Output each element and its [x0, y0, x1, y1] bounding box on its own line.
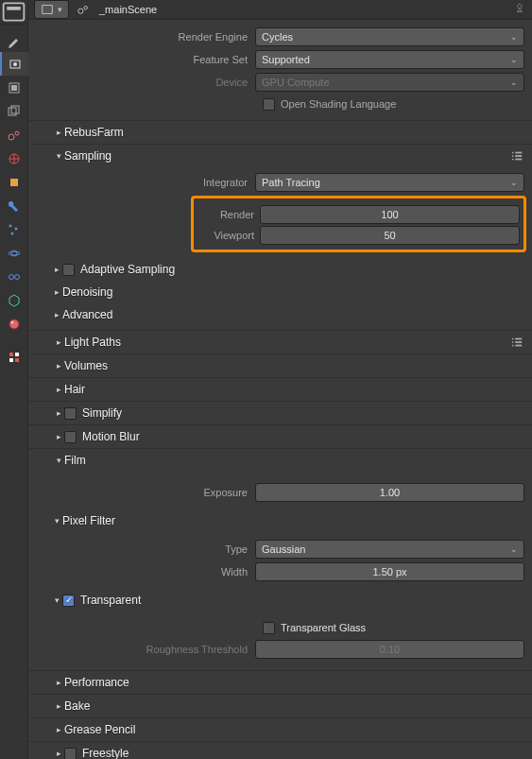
panel-denoising[interactable]: ▸ Denoising [28, 281, 532, 303]
samples-highlight-box: Render 100 Viewport 50 [191, 196, 526, 252]
scene-tab-icon[interactable] [0, 123, 28, 147]
samples-render-input[interactable]: 100 [260, 205, 520, 224]
panel-simplify[interactable]: ▸Simplify [28, 402, 532, 424]
svg-rect-23 [9, 358, 13, 362]
chevron-down-icon: ▾ [53, 456, 64, 465]
chevron-right-icon: ▸ [53, 725, 64, 734]
chevron-right-icon: ▸ [51, 265, 62, 274]
panel-grease-pencil[interactable]: ▸Grease Pencil [28, 718, 532, 741]
output-tab-icon[interactable] [0, 76, 28, 99]
chevron-right-icon: ▸ [53, 408, 64, 418]
feature-set-select[interactable]: Supported⌄ [255, 50, 524, 69]
pf-width-label: Width [28, 566, 255, 578]
tool-tab-icon[interactable] [0, 28, 28, 52]
particles-tab-icon[interactable] [0, 217, 28, 241]
device-select: GPU Compute⌄ [255, 73, 524, 92]
modifier-tab-icon[interactable] [0, 194, 28, 217]
chevron-right-icon: ▸ [53, 361, 64, 371]
svg-rect-21 [9, 353, 13, 356]
chevron-right-icon: ▸ [53, 432, 64, 441]
svg-point-9 [15, 131, 19, 135]
roughness-input: 0.10 [255, 640, 524, 659]
svg-point-18 [14, 274, 19, 279]
panel-adaptive-sampling[interactable]: ▸ Adaptive Sampling [28, 258, 532, 281]
panel-bake[interactable]: ▸Bake [28, 695, 532, 717]
transparent-checkbox[interactable] [62, 595, 75, 607]
header-dropdown[interactable]: ▾ [34, 0, 69, 19]
panel-transparent[interactable]: ▾ Transparent [28, 589, 532, 612]
osl-label: Open Shading Language [281, 98, 396, 110]
panel-volumes[interactable]: ▸Volumes [28, 354, 532, 377]
chevron-right-icon: ▸ [51, 287, 62, 297]
physics-tab-icon[interactable] [0, 241, 28, 265]
svg-point-19 [9, 319, 19, 329]
viewlayer-tab-icon[interactable] [0, 99, 28, 123]
panel-performance[interactable]: ▸Performance [28, 671, 532, 694]
exposure-input[interactable]: 1.00 [255, 483, 524, 502]
texture-tab-icon[interactable] [0, 345, 28, 369]
panel-motion-blur[interactable]: ▸Motion Blur [28, 425, 532, 448]
panel-freestyle[interactable]: ▸Freestyle [28, 742, 532, 759]
pin-icon[interactable] [513, 2, 526, 17]
chevron-down-icon: ▾ [51, 516, 62, 526]
integrator-select[interactable]: Path Tracing⌄ [255, 173, 524, 192]
mesh-tab-icon[interactable] [0, 288, 28, 312]
chevron-right-icon: ▸ [53, 701, 64, 711]
samples-render-label: Render [197, 209, 254, 220]
transparent-glass-label: Transparent Glass [281, 622, 366, 633]
svg-point-17 [9, 274, 13, 279]
render-engine-select[interactable]: Cycles⌄ [255, 27, 524, 46]
osl-checkbox[interactable] [263, 98, 275, 111]
pf-type-select[interactable]: Gaussian⌄ [255, 540, 524, 559]
panel-light-paths[interactable]: ▸ Light Paths [28, 331, 532, 354]
svg-rect-5 [11, 85, 17, 91]
chevron-right-icon: ▸ [53, 337, 64, 347]
constraints-tab-icon[interactable] [0, 265, 28, 288]
panel-sampling[interactable]: ▾ Sampling [28, 145, 532, 167]
panel-menu-icon[interactable] [509, 335, 524, 350]
svg-rect-37 [515, 341, 522, 343]
simplify-checkbox[interactable] [64, 407, 77, 420]
transparent-glass-checkbox[interactable] [263, 622, 275, 634]
motion-blur-checkbox[interactable] [64, 431, 77, 443]
svg-point-16 [9, 251, 20, 255]
svg-rect-24 [15, 358, 19, 362]
object-tab-icon[interactable] [0, 170, 28, 194]
svg-rect-0 [4, 3, 25, 20]
world-tab-icon[interactable] [0, 147, 28, 170]
svg-point-30 [512, 155, 514, 157]
svg-point-36 [512, 341, 514, 343]
svg-rect-7 [11, 106, 19, 113]
svg-point-27 [84, 7, 88, 10]
panel-film[interactable]: ▾ Film [28, 449, 532, 472]
freestyle-checkbox[interactable] [64, 748, 77, 760]
svg-rect-39 [515, 345, 522, 347]
chevron-right-icon: ▸ [53, 749, 64, 758]
svg-rect-31 [515, 155, 522, 157]
panel-pixel-filter[interactable]: ▾ Pixel Filter [28, 509, 532, 532]
svg-point-32 [512, 159, 514, 161]
scene-icon [77, 3, 90, 16]
render-tab-icon[interactable] [0, 52, 28, 76]
chevron-right-icon: ▸ [51, 310, 62, 319]
chevron-right-icon: ▸ [53, 678, 64, 687]
chevron-down-icon: ▾ [53, 151, 64, 161]
adaptive-sampling-checkbox[interactable] [62, 264, 75, 276]
properties-sidebar [0, 0, 28, 759]
svg-point-3 [13, 62, 17, 66]
samples-viewport-input[interactable]: 50 [260, 226, 520, 245]
material-tab-icon[interactable] [0, 312, 28, 336]
device-label: Device [28, 77, 255, 88]
svg-rect-33 [515, 159, 522, 161]
panel-menu-icon[interactable] [509, 148, 524, 164]
pf-width-input[interactable]: 1.50 px [255, 562, 524, 581]
feature-set-label: Feature Set [28, 54, 255, 65]
panel-hair[interactable]: ▸Hair [28, 378, 532, 401]
sidebar-top-icon[interactable] [0, 0, 27, 25]
panel-advanced[interactable]: ▸ Advanced [28, 303, 532, 326]
svg-point-20 [10, 320, 13, 323]
panel-rebusfarm[interactable]: ▸ RebusFarm [28, 121, 532, 144]
svg-point-26 [78, 9, 83, 13]
properties-header: ▾ _mainScene [28, 0, 532, 20]
svg-rect-25 [43, 6, 53, 14]
